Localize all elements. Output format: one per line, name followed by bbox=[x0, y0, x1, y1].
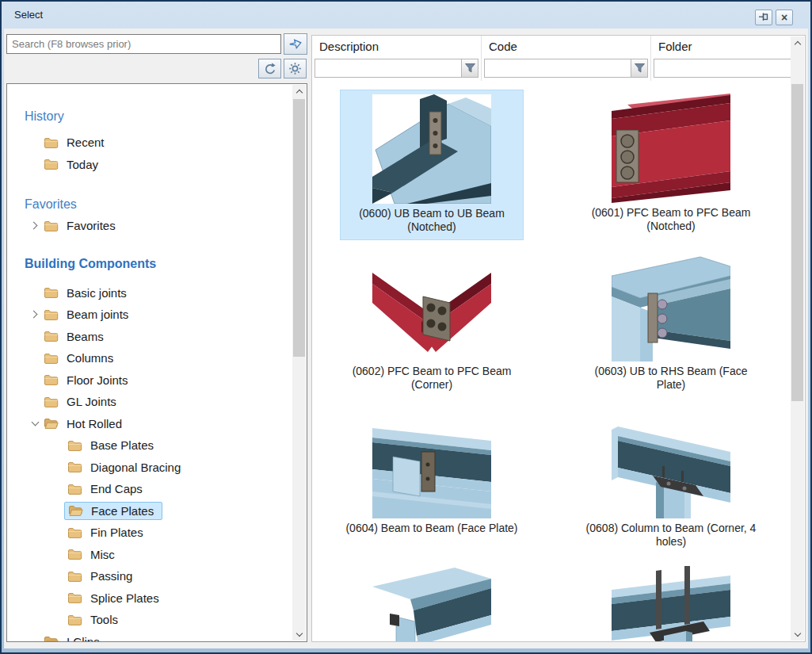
code-filter-button[interactable] bbox=[631, 59, 647, 77]
close-icon: × bbox=[781, 12, 787, 23]
scroll-up-arrow[interactable] bbox=[292, 85, 306, 98]
scroll-down-arrow[interactable] bbox=[292, 628, 306, 641]
component-tile-partial-2[interactable] bbox=[551, 562, 791, 641]
panel-body: History Recent Today Favorites Favorites bbox=[4, 29, 808, 648]
tree-item-today[interactable]: Today bbox=[7, 154, 292, 176]
tile-caption: (0604) Beam to Beam (Face Plate) bbox=[340, 522, 524, 535]
folder-icon bbox=[67, 483, 82, 495]
open-folder-icon bbox=[44, 635, 59, 641]
folder-icon bbox=[67, 461, 82, 473]
tree-item-columns[interactable]: Columns bbox=[7, 347, 292, 369]
chevron-right-icon[interactable] bbox=[30, 222, 38, 230]
component-tile-0603[interactable]: (0603) UB to RHS Beam (Face Plate) bbox=[551, 248, 791, 397]
tile-caption: (0600) UB Beam to UB Beam (Notched) bbox=[341, 207, 523, 234]
tree-item-hot-rolled[interactable]: Hot Rolled bbox=[7, 413, 292, 435]
tree-section-favorites[interactable]: Favorites bbox=[7, 193, 292, 215]
select-panel-window: Select × bbox=[0, 0, 812, 654]
tree-content: History Recent Today Favorites Favorites bbox=[7, 84, 292, 641]
scrollbar-thumb[interactable] bbox=[293, 99, 305, 357]
column-header-row: Description Code bbox=[312, 36, 791, 81]
description-filter-input[interactable] bbox=[315, 59, 461, 77]
grid-scrollbar[interactable] bbox=[791, 36, 804, 641]
folder-icon bbox=[44, 308, 59, 321]
tree-item-basic-joints[interactable]: Basic joints bbox=[7, 282, 292, 304]
tree-item-gl-joints[interactable]: GL Joints bbox=[7, 391, 292, 413]
component-tile-0602[interactable]: (0602) PFC Beam to PFC Beam (Corner) bbox=[312, 248, 551, 397]
component-thumbnail-0602 bbox=[372, 252, 491, 361]
tile-caption: (0601) PFC Beam to PFC Beam (Notched) bbox=[579, 206, 763, 233]
tree-item-end-caps[interactable]: End Caps bbox=[7, 478, 292, 500]
tile-caption: (0608) Column to Beam (Corner, 4 holes) bbox=[579, 522, 763, 549]
folder-icon bbox=[44, 286, 59, 299]
folder-icon bbox=[44, 136, 59, 149]
scroll-up-arrow[interactable] bbox=[791, 36, 804, 49]
tree-scrollbar[interactable] bbox=[292, 85, 306, 641]
tree-item-splice-plates[interactable]: Splice Plates bbox=[7, 587, 292, 610]
tree-item-beam-joints[interactable]: Beam joints bbox=[7, 304, 292, 326]
folder-filter-input[interactable] bbox=[654, 59, 791, 77]
tree-item-misc[interactable]: Misc bbox=[7, 544, 292, 566]
component-tile-0600[interactable]: (0600) UB Beam to UB Beam (Notched) bbox=[312, 90, 551, 240]
tree-item-floor-joints[interactable]: Floor Joints bbox=[7, 369, 292, 392]
description-filter-button[interactable] bbox=[461, 59, 478, 77]
open-folder-icon bbox=[44, 417, 59, 430]
folder-icon bbox=[67, 548, 82, 560]
component-list-panel: Description Code bbox=[311, 35, 806, 642]
pin-button[interactable] bbox=[755, 10, 772, 25]
tree-item-recent[interactable]: Recent bbox=[7, 132, 292, 154]
tree-item-face-plates[interactable]: Face Plates bbox=[7, 500, 292, 522]
tree-item-passing[interactable]: Passing bbox=[7, 565, 292, 587]
title-bar[interactable]: Select × bbox=[2, 2, 810, 29]
component-thumbnail-partial-2 bbox=[612, 566, 730, 641]
tree-item-beams[interactable]: Beams bbox=[7, 326, 292, 348]
search-input[interactable] bbox=[6, 34, 281, 54]
folder-icon bbox=[67, 439, 82, 452]
tree-item-fin-plates[interactable]: Fin Plates bbox=[7, 522, 292, 544]
settings-button[interactable] bbox=[284, 59, 307, 78]
window-title: Select bbox=[14, 9, 43, 21]
component-thumbnail-0608 bbox=[612, 409, 730, 518]
folder-icon bbox=[67, 526, 82, 539]
open-folder-icon bbox=[68, 504, 83, 517]
component-tile-partial-1[interactable] bbox=[312, 562, 551, 641]
arrow-right-icon bbox=[288, 37, 303, 51]
tree-item-diagonal-bracing[interactable]: Diagonal Bracing bbox=[7, 457, 292, 479]
component-tree: History Recent Today Favorites Favorites bbox=[6, 83, 307, 642]
folder-icon bbox=[44, 158, 59, 170]
chevron-right-icon[interactable] bbox=[30, 311, 38, 319]
tree-item-base-plates[interactable]: Base Plates bbox=[7, 434, 292, 457]
component-thumbnail-0601 bbox=[612, 94, 730, 203]
component-tile-0608[interactable]: (0608) Column to Beam (Corner, 4 holes) bbox=[551, 405, 791, 554]
filter-funnel-icon bbox=[465, 63, 475, 73]
folder-icon bbox=[67, 570, 82, 583]
tree-item-tools[interactable]: Tools bbox=[7, 609, 292, 631]
folder-icon bbox=[44, 220, 59, 232]
folder-icon bbox=[44, 373, 59, 386]
component-grid: (0600) UB Beam to UB Beam (Notched) bbox=[312, 81, 791, 641]
column-header-folder[interactable]: Folder bbox=[651, 36, 791, 81]
tree-section-building-components[interactable]: Building Components bbox=[7, 253, 292, 274]
tree-item-favorites[interactable]: Favorites bbox=[7, 215, 292, 237]
tree-section-history[interactable]: History bbox=[7, 105, 292, 127]
component-thumbnail-0600 bbox=[372, 94, 491, 204]
column-header-description[interactable]: Description bbox=[312, 36, 482, 81]
component-tile-0604[interactable]: (0604) Beam to Beam (Face Plate) bbox=[312, 405, 551, 554]
tree-item-i-clips[interactable]: I Clips bbox=[7, 631, 292, 642]
refresh-icon bbox=[263, 62, 276, 75]
component-thumbnail-partial-1 bbox=[372, 566, 491, 641]
folder-icon bbox=[44, 396, 59, 408]
pin-icon bbox=[758, 13, 769, 22]
component-thumbnail-0603 bbox=[612, 252, 730, 361]
scrollbar-thumb[interactable] bbox=[791, 84, 803, 401]
selected-tree-item: Face Plates bbox=[64, 502, 162, 520]
column-header-code[interactable]: Code bbox=[482, 36, 651, 81]
component-tile-0601[interactable]: (0601) PFC Beam to PFC Beam (Notched) bbox=[551, 90, 791, 240]
filter-funnel-icon bbox=[635, 63, 645, 73]
gear-icon bbox=[288, 62, 302, 75]
close-button[interactable]: × bbox=[776, 10, 793, 25]
refresh-button[interactable] bbox=[258, 59, 281, 78]
chevron-down-icon[interactable] bbox=[31, 419, 39, 426]
search-go-button[interactable] bbox=[284, 33, 307, 55]
code-filter-input[interactable] bbox=[485, 59, 631, 77]
scroll-down-arrow[interactable] bbox=[791, 628, 804, 641]
